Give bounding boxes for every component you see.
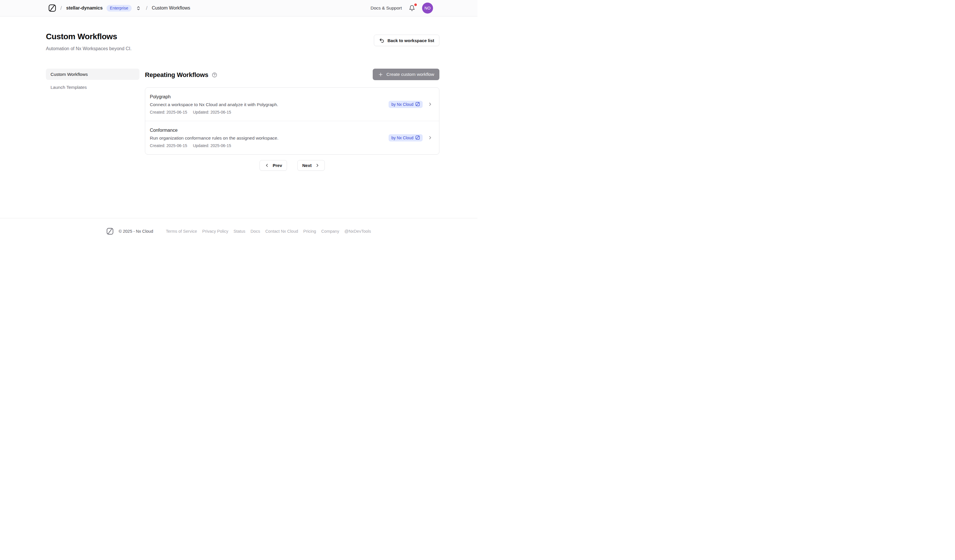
sidebar-item-launch-templates[interactable]: Launch Templates	[46, 82, 139, 93]
back-button-label: Back to workspace list	[387, 38, 434, 43]
create-custom-workflow-button[interactable]: Create custom workflow	[373, 69, 439, 80]
bell-icon	[409, 5, 415, 11]
chevron-right-icon	[427, 135, 433, 140]
breadcrumb-page[interactable]: Custom Workflows	[152, 5, 190, 11]
prev-label: Prev	[272, 163, 282, 168]
workflow-row-polygraph[interactable]: Polygraph Connect a workspace to Nx Clou…	[145, 88, 439, 121]
footer-link-status[interactable]: Status	[233, 229, 246, 234]
workflow-created: Created: 2025-06-15	[150, 143, 187, 148]
workflow-updated: Updated: 2025-06-15	[193, 109, 231, 115]
next-page-button[interactable]: Next	[297, 160, 325, 171]
workflow-created: Created: 2025-06-15	[150, 109, 187, 115]
workflows-sidebar: Custom Workflows Launch Templates	[46, 69, 139, 95]
workflow-description: Connect a workspace to Nx Cloud and anal…	[150, 101, 384, 108]
footer-link-company[interactable]: Company	[321, 229, 339, 234]
page-subtitle: Automation of Nx Workspaces beyond CI.	[46, 46, 132, 51]
workflow-list: Polygraph Connect a workspace to Nx Clou…	[145, 87, 439, 154]
page-heading-block: Custom Workflows Automation of Nx Worksp…	[46, 32, 132, 51]
avatar[interactable]: NO	[422, 3, 433, 14]
workflow-name: Conformance	[150, 127, 384, 134]
workflow-updated: Updated: 2025-06-15	[193, 143, 231, 148]
breadcrumb: / stellar-dynamics Enterprise / Custom W…	[49, 4, 190, 12]
badge-label: by Nx Cloud	[391, 102, 413, 106]
chevron-left-icon	[265, 163, 269, 168]
create-button-label: Create custom workflow	[387, 72, 434, 77]
header-actions: Docs & Support NO	[370, 3, 433, 14]
breadcrumb-org[interactable]: stellar-dynamics	[66, 5, 102, 11]
footer-link-docs[interactable]: Docs	[250, 229, 260, 234]
by-nx-cloud-badge[interactable]: by Nx Cloud	[388, 101, 423, 108]
footer: © 2025 - Nx Cloud Terms of Service Priva…	[0, 218, 478, 280]
footer-link-terms[interactable]: Terms of Service	[166, 229, 197, 234]
chevrons-up-down-icon	[136, 6, 141, 11]
nx-cloud-footer-logo-icon	[106, 228, 113, 235]
sidebar-item-label: Launch Templates	[50, 85, 87, 90]
breadcrumb-separator: /	[60, 5, 62, 11]
next-label: Next	[302, 163, 312, 168]
pagination: Prev Next	[145, 160, 439, 171]
workflow-row-conformance[interactable]: Conformance Run organization conformance…	[145, 121, 439, 154]
prev-page-button[interactable]: Prev	[260, 160, 287, 171]
workflow-name: Polygraph	[150, 94, 384, 100]
copyright-text: © 2025 - Nx Cloud	[119, 229, 153, 234]
notification-dot	[414, 3, 417, 6]
footer-link-nxdevtools[interactable]: @NxDevTools	[344, 229, 371, 234]
footer-link-contact[interactable]: Contact Nx Cloud	[265, 229, 298, 234]
org-switcher-button[interactable]	[135, 5, 141, 11]
chevron-right-icon	[427, 102, 433, 107]
footer-link-pricing[interactable]: Pricing	[304, 229, 316, 234]
top-nav: / stellar-dynamics Enterprise / Custom W…	[0, 0, 478, 16]
nx-logo-small-icon	[415, 136, 420, 140]
badge-label: by Nx Cloud	[391, 135, 413, 140]
help-circle-icon[interactable]	[212, 72, 217, 78]
notifications-button[interactable]	[408, 4, 416, 12]
undo-arrow-icon	[379, 38, 385, 43]
repeating-workflows-section: Repeating Workflows Create custom workfl…	[145, 69, 439, 171]
back-to-workspace-list-button[interactable]: Back to workspace list	[374, 34, 439, 46]
sidebar-item-label: Custom Workflows	[50, 72, 88, 77]
docs-support-link[interactable]: Docs & Support	[370, 5, 402, 11]
breadcrumb-separator: /	[146, 5, 147, 11]
nx-cloud-logo-icon[interactable]	[49, 4, 56, 12]
sidebar-item-custom-workflows[interactable]: Custom Workflows	[46, 69, 139, 80]
page-title: Custom Workflows	[46, 32, 132, 41]
workflow-description: Run organization conformance rules on th…	[150, 135, 384, 141]
plan-badge: Enterprise	[106, 5, 132, 11]
nx-logo-small-icon	[415, 102, 420, 106]
chevron-right-icon	[315, 163, 320, 168]
plus-icon	[378, 72, 384, 77]
footer-link-privacy[interactable]: Privacy Policy	[202, 229, 228, 234]
by-nx-cloud-badge[interactable]: by Nx Cloud	[388, 134, 423, 141]
section-title: Repeating Workflows	[145, 71, 208, 79]
